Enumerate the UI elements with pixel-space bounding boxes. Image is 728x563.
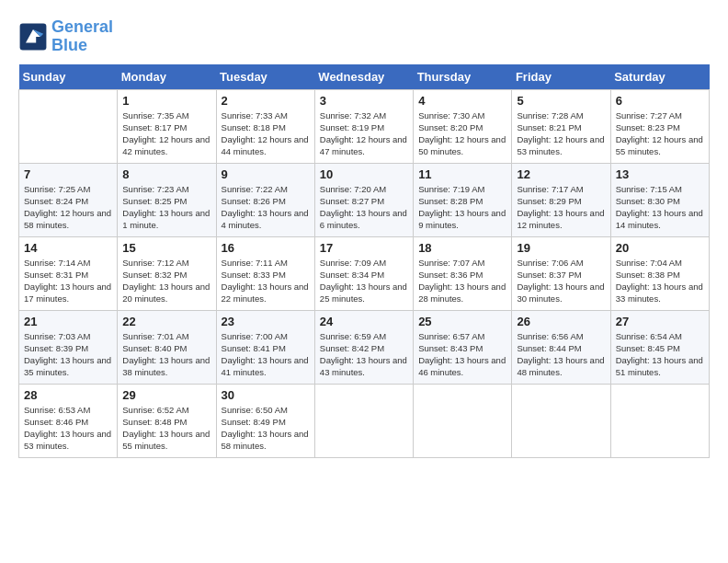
weekday-header-row: SundayMondayTuesdayWednesdayThursdayFrid… <box>19 64 710 90</box>
calendar-day-5: 5Sunrise: 7:28 AMSunset: 8:21 PMDaylight… <box>512 89 610 163</box>
day-info: Sunrise: 7:00 AMSunset: 8:41 PMDaylight:… <box>222 330 310 379</box>
calendar-week-3: 14Sunrise: 7:14 AMSunset: 8:31 PMDayligh… <box>19 236 710 310</box>
day-info: Sunrise: 7:12 AMSunset: 8:32 PMDaylight:… <box>122 257 210 305</box>
weekday-header-friday: Friday <box>512 64 610 90</box>
day-number: 23 <box>222 315 310 328</box>
day-number: 10 <box>320 167 408 181</box>
calendar-day-23: 23Sunrise: 7:00 AMSunset: 8:41 PMDayligh… <box>216 310 314 384</box>
weekday-header-tuesday: Tuesday <box>216 64 314 90</box>
day-number: 30 <box>222 388 310 402</box>
day-number: 12 <box>517 167 605 181</box>
day-number: 24 <box>320 315 408 328</box>
calendar-day-30: 30Sunrise: 6:50 AMSunset: 8:49 PMDayligh… <box>216 384 314 457</box>
day-number: 29 <box>122 388 210 402</box>
calendar-day-25: 25Sunrise: 6:57 AMSunset: 8:43 PMDayligh… <box>414 310 512 384</box>
day-info: Sunrise: 7:30 AMSunset: 8:20 PMDaylight:… <box>418 109 506 158</box>
day-number: 8 <box>122 167 210 181</box>
weekday-header-wednesday: Wednesday <box>314 64 413 90</box>
day-info: Sunrise: 6:50 AMSunset: 8:49 PMDaylight:… <box>222 404 310 453</box>
logo-icon <box>18 22 48 52</box>
calendar-day-28: 28Sunrise: 6:53 AMSunset: 8:46 PMDayligh… <box>19 384 118 457</box>
day-info: Sunrise: 6:59 AMSunset: 8:42 PMDaylight:… <box>320 330 408 379</box>
calendar-week-4: 21Sunrise: 7:03 AMSunset: 8:39 PMDayligh… <box>19 310 710 384</box>
day-number: 14 <box>24 241 112 255</box>
calendar-day-15: 15Sunrise: 7:12 AMSunset: 8:32 PMDayligh… <box>118 236 216 310</box>
empty-cell <box>314 384 413 457</box>
day-number: 1 <box>122 94 210 108</box>
day-info: Sunrise: 7:14 AMSunset: 8:31 PMDaylight:… <box>24 257 112 305</box>
day-number: 26 <box>517 315 605 328</box>
calendar-day-17: 17Sunrise: 7:09 AMSunset: 8:34 PMDayligh… <box>314 236 413 310</box>
day-info: Sunrise: 6:54 AMSunset: 8:45 PMDaylight:… <box>616 330 704 379</box>
day-number: 13 <box>616 167 704 181</box>
day-number: 2 <box>222 94 310 108</box>
day-info: Sunrise: 6:56 AMSunset: 8:44 PMDaylight:… <box>517 330 605 379</box>
page-header: General Blue <box>18 18 710 55</box>
day-info: Sunrise: 7:28 AMSunset: 8:21 PMDaylight:… <box>517 109 605 158</box>
day-info: Sunrise: 7:11 AMSunset: 8:33 PMDaylight:… <box>222 257 310 305</box>
day-number: 16 <box>222 241 310 255</box>
calendar-day-13: 13Sunrise: 7:15 AMSunset: 8:30 PMDayligh… <box>610 163 709 236</box>
calendar-day-20: 20Sunrise: 7:04 AMSunset: 8:38 PMDayligh… <box>610 236 709 310</box>
weekday-header-monday: Monday <box>118 64 216 90</box>
calendar-day-1: 1Sunrise: 7:35 AMSunset: 8:17 PMDaylight… <box>118 89 216 163</box>
weekday-header-saturday: Saturday <box>610 64 709 90</box>
day-number: 3 <box>320 94 408 108</box>
calendar-day-21: 21Sunrise: 7:03 AMSunset: 8:39 PMDayligh… <box>19 310 118 384</box>
calendar-day-19: 19Sunrise: 7:06 AMSunset: 8:37 PMDayligh… <box>512 236 610 310</box>
day-number: 5 <box>517 94 605 108</box>
day-number: 25 <box>418 315 506 328</box>
day-number: 22 <box>122 315 210 328</box>
calendar-day-22: 22Sunrise: 7:01 AMSunset: 8:40 PMDayligh… <box>118 310 216 384</box>
day-number: 7 <box>24 167 112 181</box>
day-info: Sunrise: 7:17 AMSunset: 8:29 PMDaylight:… <box>517 183 605 232</box>
empty-cell <box>610 384 709 457</box>
logo-text: General Blue <box>51 18 113 55</box>
day-info: Sunrise: 7:20 AMSunset: 8:27 PMDaylight:… <box>320 183 408 232</box>
day-info: Sunrise: 7:32 AMSunset: 8:19 PMDaylight:… <box>320 109 408 158</box>
weekday-header-sunday: Sunday <box>19 64 118 90</box>
empty-cell <box>414 384 512 457</box>
calendar-week-2: 7Sunrise: 7:25 AMSunset: 8:24 PMDaylight… <box>19 163 710 236</box>
calendar-day-14: 14Sunrise: 7:14 AMSunset: 8:31 PMDayligh… <box>19 236 118 310</box>
day-info: Sunrise: 6:52 AMSunset: 8:48 PMDaylight:… <box>122 404 210 453</box>
calendar-day-12: 12Sunrise: 7:17 AMSunset: 8:29 PMDayligh… <box>512 163 610 236</box>
day-number: 6 <box>616 94 704 108</box>
calendar-week-5: 28Sunrise: 6:53 AMSunset: 8:46 PMDayligh… <box>19 384 710 457</box>
day-info: Sunrise: 7:23 AMSunset: 8:25 PMDaylight:… <box>122 183 210 232</box>
day-number: 28 <box>24 388 112 402</box>
calendar-day-16: 16Sunrise: 7:11 AMSunset: 8:33 PMDayligh… <box>216 236 314 310</box>
calendar-day-7: 7Sunrise: 7:25 AMSunset: 8:24 PMDaylight… <box>19 163 118 236</box>
day-info: Sunrise: 7:33 AMSunset: 8:18 PMDaylight:… <box>222 109 310 158</box>
day-number: 11 <box>418 167 506 181</box>
day-info: Sunrise: 7:35 AMSunset: 8:17 PMDaylight:… <box>122 109 210 158</box>
calendar-day-10: 10Sunrise: 7:20 AMSunset: 8:27 PMDayligh… <box>314 163 413 236</box>
day-number: 9 <box>222 167 310 181</box>
day-info: Sunrise: 6:57 AMSunset: 8:43 PMDaylight:… <box>418 330 506 379</box>
empty-cell <box>19 89 118 163</box>
calendar-day-26: 26Sunrise: 6:56 AMSunset: 8:44 PMDayligh… <box>512 310 610 384</box>
day-number: 18 <box>418 241 506 255</box>
calendar-day-9: 9Sunrise: 7:22 AMSunset: 8:26 PMDaylight… <box>216 163 314 236</box>
day-number: 15 <box>122 241 210 255</box>
calendar-week-1: 1Sunrise: 7:35 AMSunset: 8:17 PMDaylight… <box>19 89 710 163</box>
empty-cell <box>512 384 610 457</box>
day-number: 17 <box>320 241 408 255</box>
day-info: Sunrise: 7:07 AMSunset: 8:36 PMDaylight:… <box>418 257 506 305</box>
calendar-day-18: 18Sunrise: 7:07 AMSunset: 8:36 PMDayligh… <box>414 236 512 310</box>
day-info: Sunrise: 7:04 AMSunset: 8:38 PMDaylight:… <box>616 257 704 305</box>
day-number: 19 <box>517 241 605 255</box>
day-info: Sunrise: 7:06 AMSunset: 8:37 PMDaylight:… <box>517 257 605 305</box>
calendar-day-29: 29Sunrise: 6:52 AMSunset: 8:48 PMDayligh… <box>118 384 216 457</box>
calendar-day-24: 24Sunrise: 6:59 AMSunset: 8:42 PMDayligh… <box>314 310 413 384</box>
day-info: Sunrise: 7:03 AMSunset: 8:39 PMDaylight:… <box>24 330 112 379</box>
calendar-day-3: 3Sunrise: 7:32 AMSunset: 8:19 PMDaylight… <box>314 89 413 163</box>
day-info: Sunrise: 7:22 AMSunset: 8:26 PMDaylight:… <box>222 183 310 232</box>
day-info: Sunrise: 7:09 AMSunset: 8:34 PMDaylight:… <box>320 257 408 305</box>
day-number: 27 <box>616 315 704 328</box>
day-info: Sunrise: 7:27 AMSunset: 8:23 PMDaylight:… <box>616 109 704 158</box>
calendar-day-2: 2Sunrise: 7:33 AMSunset: 8:18 PMDaylight… <box>216 89 314 163</box>
calendar-day-11: 11Sunrise: 7:19 AMSunset: 8:28 PMDayligh… <box>414 163 512 236</box>
day-info: Sunrise: 6:53 AMSunset: 8:46 PMDaylight:… <box>24 404 112 453</box>
day-info: Sunrise: 7:25 AMSunset: 8:24 PMDaylight:… <box>24 183 112 232</box>
